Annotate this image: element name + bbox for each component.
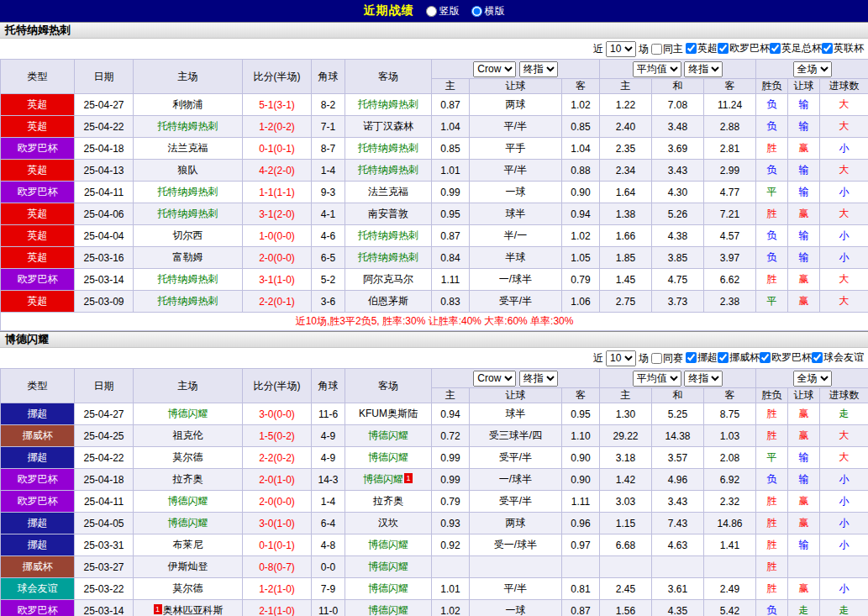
same-filter-checkbox[interactable]: [651, 44, 662, 55]
league-checkbox[interactable]: [718, 352, 729, 363]
match-date: 25-04-18: [75, 138, 134, 160]
away-team-name[interactable]: 托特纳姆热刺: [358, 251, 418, 263]
handicap-odds-away: 1.10: [562, 425, 600, 447]
avg-odds-away: 4.77: [704, 182, 756, 203]
away-team-name[interactable]: 托特纳姆热刺: [358, 98, 418, 110]
home-team-name[interactable]: 利物浦: [173, 98, 203, 110]
away-team-cell: 博德闪耀: [345, 578, 432, 600]
home-team-name[interactable]: 托特纳姆热刺: [158, 186, 218, 197]
league-checkbox[interactable]: [718, 43, 729, 54]
away-team-name[interactable]: 博德闪耀: [363, 473, 403, 485]
subcol-handicap-result: 让球: [788, 388, 820, 403]
match-date: 25-04-11: [75, 491, 134, 513]
corner-score: 5-2: [312, 269, 345, 291]
same-filter[interactable]: 同主: [651, 42, 683, 56]
league-checkbox[interactable]: [770, 43, 781, 54]
odds-source-select[interactable]: Crow: [473, 61, 516, 77]
away-team-name[interactable]: 诺丁汉森林: [363, 120, 413, 132]
fulltime-select[interactable]: 全场: [793, 61, 832, 77]
layout-radio-vertical[interactable]: [426, 6, 437, 17]
layout-label-horizontal: 横版: [485, 4, 505, 18]
same-filter[interactable]: 同赛: [651, 351, 683, 366]
odds-group-header: Crow 终指: [432, 60, 600, 79]
home-team-name[interactable]: 博德闪耀: [168, 517, 208, 529]
away-team-name[interactable]: 博德闪耀: [368, 429, 408, 441]
match-row: 挪威杯25-03-27伊斯灿登0-8(0-7)0-0博德闪耀胜: [1, 556, 868, 578]
home-team-name[interactable]: 富勒姆: [173, 251, 203, 263]
score: 3-1(1-0): [243, 269, 312, 291]
home-team-name[interactable]: 伊斯灿登: [168, 561, 208, 572]
away-team-name[interactable]: 汉坎: [378, 517, 398, 529]
match-count-select[interactable]: 10: [606, 350, 636, 366]
away-team-name[interactable]: 拉齐奥: [373, 495, 403, 507]
away-team-name[interactable]: KFUM奥斯陆: [359, 408, 418, 419]
away-team-name[interactable]: 阿尔克马尔: [363, 273, 413, 285]
league-checkbox[interactable]: [812, 352, 823, 363]
league-checkbox[interactable]: [760, 352, 771, 363]
away-team-name[interactable]: 南安普敦: [368, 208, 408, 219]
home-team-name[interactable]: 莫尔德: [173, 582, 203, 594]
away-team-name[interactable]: 法兰克福: [368, 186, 408, 197]
layout-radio-horizontal[interactable]: [471, 6, 482, 17]
match-date: 25-03-22: [75, 578, 134, 600]
home-team-name[interactable]: 托特纳姆热刺: [158, 208, 218, 219]
home-team-name[interactable]: 祖克伦: [173, 429, 203, 441]
league-filter-option[interactable]: 挪超: [686, 350, 718, 365]
league-checkbox[interactable]: [822, 43, 833, 54]
away-team-name[interactable]: 伯恩茅斯: [368, 295, 408, 307]
away-team-name[interactable]: 托特纳姆热刺: [358, 229, 418, 241]
away-team-name[interactable]: 博德闪耀: [368, 582, 408, 594]
odds-source-select[interactable]: Crow: [473, 371, 516, 387]
handicap-odds-home: 1.01: [432, 578, 470, 600]
result-wdl: 负: [756, 160, 788, 182]
home-team-name[interactable]: 狼队: [178, 164, 198, 176]
home-team-name[interactable]: 切尔西: [173, 229, 203, 241]
away-team-name[interactable]: 博德闪耀: [368, 451, 408, 463]
home-team-name[interactable]: 奥林匹亚科斯: [163, 604, 224, 616]
layout-option-horizontal[interactable]: 横版: [471, 4, 505, 18]
match-row: 欧罗巴杯25-03-141奥林匹亚科斯2-1(1-0)11-0博德闪耀1.02一…: [1, 600, 868, 616]
league-filter-option[interactable]: 英联杯: [822, 41, 864, 55]
layout-option-vertical[interactable]: 竖版: [426, 4, 460, 18]
match-count-select[interactable]: 10: [606, 41, 636, 57]
odds-final-select[interactable]: 终指: [519, 371, 558, 387]
league-filter-option[interactable]: 英足总杯: [770, 41, 822, 55]
away-team-name[interactable]: 托特纳姆热刺: [358, 142, 418, 154]
result-goals: 小: [820, 247, 868, 269]
league-checkbox[interactable]: [686, 352, 697, 363]
away-team-name[interactable]: 博德闪耀: [368, 539, 408, 550]
corner-score: 3-6: [312, 291, 345, 313]
handicap-odds-away: 1.04: [562, 138, 600, 160]
fulltime-select[interactable]: 全场: [793, 371, 832, 387]
avg-source-select[interactable]: 平均值: [633, 371, 681, 387]
avg-source-select[interactable]: 平均值: [633, 61, 681, 77]
away-team-name[interactable]: 博德闪耀: [368, 561, 408, 572]
league-filter-option[interactable]: 英超: [686, 41, 718, 55]
home-team-name[interactable]: 博德闪耀: [168, 495, 208, 507]
league-filter-option[interactable]: 欧罗巴杯: [718, 41, 770, 55]
league-checkbox[interactable]: [686, 43, 697, 54]
same-filter-checkbox[interactable]: [651, 353, 662, 364]
home-team-name[interactable]: 托特纳姆热刺: [158, 295, 218, 307]
league-filter-option[interactable]: 球会友谊: [812, 350, 864, 365]
home-team-name[interactable]: 托特纳姆热刺: [158, 273, 218, 285]
match-date: 25-03-16: [75, 247, 134, 269]
avg-final-select[interactable]: 终指: [684, 371, 723, 387]
home-team-name[interactable]: 布莱尼: [173, 539, 203, 550]
home-team-name[interactable]: 拉齐奥: [173, 473, 203, 485]
match-rows: 挪超25-04-27博德闪耀3-0(0-0)11-6KFUM奥斯陆0.94球半0…: [1, 403, 868, 616]
league-filter-option[interactable]: 挪威杯: [718, 350, 760, 365]
avg-final-select[interactable]: 终指: [684, 61, 723, 77]
avg-odds-away: 2.88: [704, 116, 756, 138]
home-team-name[interactable]: 莫尔德: [173, 451, 203, 463]
avg-odds-home: 29.22: [600, 425, 652, 447]
odds-final-select[interactable]: 终指: [519, 61, 558, 77]
home-team-name[interactable]: 托特纳姆热刺: [158, 120, 218, 132]
away-team-cell: 博德闪耀1: [345, 469, 432, 491]
avg-odds-away: 3.97: [704, 247, 756, 269]
home-team-name[interactable]: 法兰克福: [168, 142, 208, 154]
league-filter-option[interactable]: 欧罗巴杯: [760, 350, 812, 365]
home-team-name[interactable]: 博德闪耀: [168, 408, 208, 419]
away-team-name[interactable]: 托特纳姆热刺: [358, 164, 418, 176]
away-team-name[interactable]: 博德闪耀: [368, 604, 408, 616]
